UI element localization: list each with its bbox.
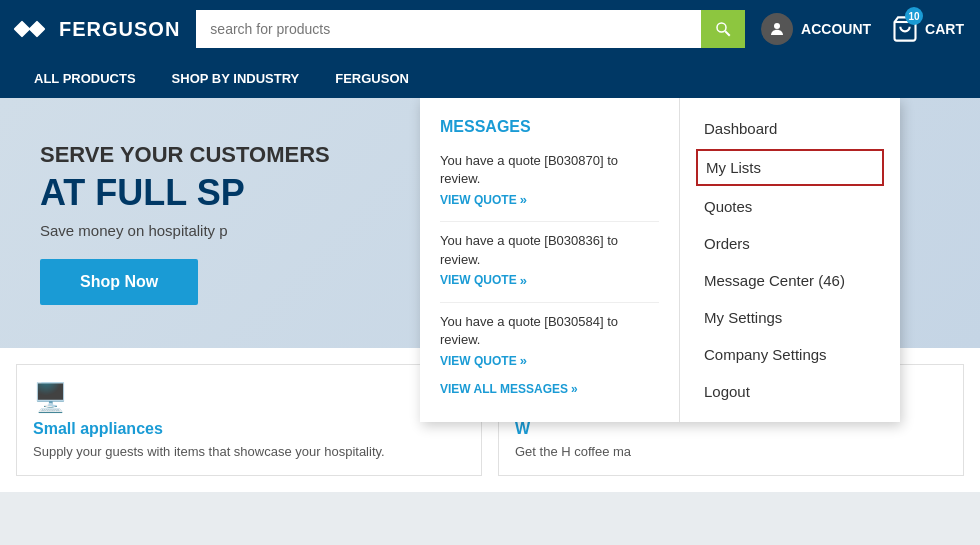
card-small-appliances: 🖥️ Small appliances Supply your guests w… bbox=[16, 364, 482, 476]
cart-label: CART bbox=[925, 21, 964, 37]
message-item-2: You have a quote [B030584] to review. VI… bbox=[440, 313, 659, 368]
account-label: ACCOUNT bbox=[801, 21, 871, 37]
view-all-messages-link[interactable]: VIEW ALL MESSAGES bbox=[440, 382, 659, 396]
nav-dropdown-logout[interactable]: Logout bbox=[680, 373, 900, 410]
svg-point-0 bbox=[717, 23, 726, 32]
nav-dropdown-my-settings[interactable]: My Settings bbox=[680, 299, 900, 336]
card-desc-0: Supply your guests with items that showc… bbox=[33, 444, 465, 459]
main-content: SERVE YOUR CUSTOMERS AT FULL SP Save mon… bbox=[0, 98, 980, 545]
cart-badge: 10 bbox=[905, 7, 923, 25]
nav-dropdown-company-settings[interactable]: Company Settings bbox=[680, 336, 900, 373]
dropdown-messages-panel: MESSAGES You have a quote [B030870] to r… bbox=[420, 98, 680, 422]
shop-now-button[interactable]: Shop Now bbox=[40, 259, 198, 305]
view-quote-link-0[interactable]: VIEW QUOTE bbox=[440, 192, 659, 207]
nav-dropdown-orders[interactable]: Orders bbox=[680, 225, 900, 262]
nav-dropdown-dashboard[interactable]: Dashboard bbox=[680, 110, 900, 147]
account-icon bbox=[761, 13, 793, 45]
navbar: ALL PRODUCTS SHOP BY INDUSTRY FERGUSON bbox=[0, 58, 980, 98]
message-text-1: You have a quote [B030836] to review. bbox=[440, 232, 659, 268]
card-desc-1: Get the H coffee ma bbox=[515, 444, 947, 459]
nav-shop-by-industry[interactable]: SHOP BY INDUSTRY bbox=[154, 58, 318, 98]
message-item-0: You have a quote [B030870] to review. VI… bbox=[440, 152, 659, 207]
card-title-0: Small appliances bbox=[33, 420, 465, 438]
logo[interactable]: FERGUSON bbox=[16, 18, 180, 41]
dropdown-nav-panel: Dashboard My Lists Quotes Orders Message… bbox=[680, 98, 900, 422]
small-appliances-icon: 🖥️ bbox=[33, 381, 465, 414]
user-icon bbox=[768, 20, 786, 38]
hero-text: SERVE YOUR CUSTOMERS AT FULL SP Save mon… bbox=[40, 142, 330, 305]
svg-point-2 bbox=[774, 23, 780, 29]
card-title-1: W bbox=[515, 420, 947, 438]
search-input[interactable] bbox=[196, 10, 701, 48]
nav-all-products[interactable]: ALL PRODUCTS bbox=[16, 58, 154, 98]
message-text-2: You have a quote [B030584] to review. bbox=[440, 313, 659, 349]
header-right: ACCOUNT 10 CART bbox=[761, 13, 964, 45]
message-item-1: You have a quote [B030836] to review. VI… bbox=[440, 232, 659, 287]
logo-diamonds-icon bbox=[16, 23, 43, 35]
hero-line3: Save money on hospitality p bbox=[40, 222, 330, 239]
nav-dropdown-message-center[interactable]: Message Center (46) bbox=[680, 262, 900, 299]
cart-button[interactable]: 10 CART bbox=[891, 15, 964, 43]
svg-line-1 bbox=[725, 31, 730, 36]
account-button[interactable]: ACCOUNT bbox=[761, 13, 871, 45]
view-quote-link-1[interactable]: VIEW QUOTE bbox=[440, 273, 659, 288]
dropdown-overlay: MESSAGES You have a quote [B030870] to r… bbox=[420, 98, 900, 422]
messages-title: MESSAGES bbox=[440, 118, 659, 136]
divider-0 bbox=[440, 221, 659, 222]
nav-dropdown-quotes[interactable]: Quotes bbox=[680, 188, 900, 225]
search-bar bbox=[196, 10, 745, 48]
nav-ferguson[interactable]: FERGUSON bbox=[317, 58, 427, 98]
view-quote-link-2[interactable]: VIEW QUOTE bbox=[440, 353, 659, 368]
nav-dropdown-my-lists[interactable]: My Lists bbox=[696, 149, 884, 186]
message-text-0: You have a quote [B030870] to review. bbox=[440, 152, 659, 188]
search-button[interactable] bbox=[701, 10, 745, 48]
logo-text: FERGUSON bbox=[59, 18, 180, 41]
search-icon bbox=[714, 20, 732, 38]
hero-line1: SERVE YOUR CUSTOMERS bbox=[40, 142, 330, 168]
divider-1 bbox=[440, 302, 659, 303]
hero-line2: AT FULL SP bbox=[40, 172, 330, 214]
header: FERGUSON ACCOUNT bbox=[0, 0, 980, 58]
